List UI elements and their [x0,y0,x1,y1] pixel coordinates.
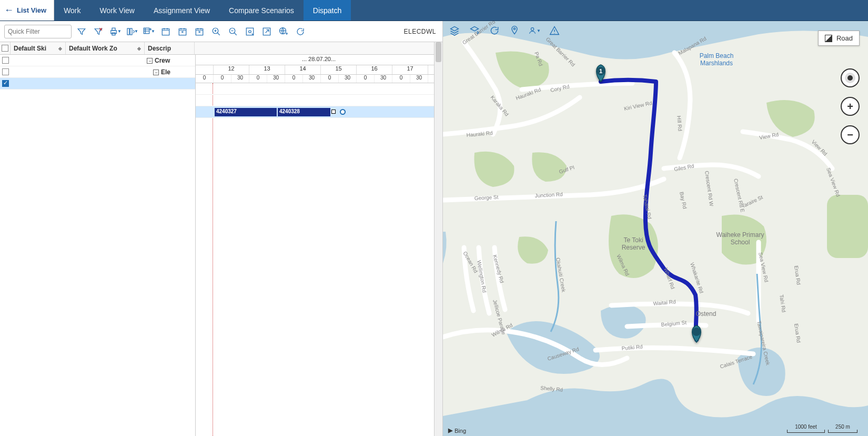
quick-filter-input[interactable] [4,25,72,38]
workspace: ▼ ▼ ▼ ELECDWL Default Ski◆ Default Work … [0,21,868,436]
gantt-date-header: ... 28.07.20... [196,55,442,65]
map-refresh-icon[interactable] [488,24,501,37]
collapse-toggle[interactable]: － [153,70,159,75]
map-toolbar: ▼ [448,24,561,37]
gantt-hour-header: 12 13 14 15 16 17 [196,65,442,75]
col-default-skill[interactable]: Default Ski◆ [11,42,66,54]
collapse-toggle[interactable]: － [147,58,153,64]
open-external-icon[interactable] [260,25,274,38]
sort-icon: ◆ [137,46,141,51]
gantt-end-circle [340,109,346,115]
row-checkbox[interactable] [2,57,9,64]
reorder-columns-icon[interactable]: ▼ [125,25,139,38]
layers-icon[interactable] [448,24,461,37]
svg-rect-2 [112,33,115,35]
top-nav: ← List View Work Work View Assignment Vi… [0,0,868,21]
svg-rect-18 [827,195,868,258]
grid-body: －Crew －Ele ... 28.07. [0,55,442,436]
map-zoom-controls: + − [841,68,860,144]
refresh-icon[interactable] [294,25,307,38]
zoom-in-icon[interactable] [209,25,223,38]
water-label: Palm BeachMarshlands [700,52,734,67]
svg-rect-8 [196,28,203,35]
sort-icon: ◆ [58,46,62,51]
svg-rect-5 [144,28,149,34]
left-toolbar: ▼ ▼ ▼ ELECDWL [0,21,442,42]
filter-icon[interactable] [75,25,88,38]
svg-rect-7 [179,28,186,35]
calendar-left-icon[interactable] [176,25,189,38]
clear-filter-icon[interactable] [92,25,105,38]
svg-point-12 [249,30,251,33]
map-pane: ▼ Road + − [443,21,868,436]
zoom-out-button[interactable]: − [841,125,860,144]
zoom-out-icon[interactable] [226,25,240,38]
gantt-sub-header: 0 0 30 0 30 0 30 0 30 0 30 0 30 [196,75,442,83]
globe-add-icon[interactable] [277,25,290,38]
now-indicator [213,83,213,436]
svg-text:1: 1 [599,68,602,74]
svg-rect-6 [162,28,169,35]
gantt-rows: 4240327 4240328 [196,83,442,436]
map-pin-icon[interactable] [508,24,521,37]
gantt-end-marker [331,110,336,114]
left-pane: ▼ ▼ ▼ ELECDWL Default Ski◆ Default Work … [0,21,443,436]
svg-point-21 [692,328,701,336]
gantt-row-selected[interactable]: 4240327 4240328 [196,106,442,118]
arrow-left-icon: ← [4,5,14,16]
left-vertical-scrollbar[interactable] [434,42,442,436]
map-type-label: Road [836,34,853,42]
svg-rect-3 [127,28,129,35]
svg-point-15 [513,28,515,29]
gantt-chart[interactable]: ... 28.07.20... 12 13 14 15 16 17 0 0 30… [196,55,442,436]
tab-compare-scenarios[interactable]: Compare Scenarios [219,0,304,21]
calendar-right-icon[interactable] [193,25,206,38]
grid-header: Default Ski◆ Default Work Zo◆ Descrip [0,42,442,55]
context-label: ELECDWL [403,28,436,35]
svg-point-16 [531,28,533,31]
select-layer-icon[interactable] [468,24,481,37]
gantt-row[interactable] [196,95,442,106]
tree-row-ele[interactable]: －Ele [0,66,195,78]
tab-dispatch[interactable]: Dispatch [304,0,351,21]
locate-button[interactable] [841,68,860,87]
map-type-selector[interactable]: Road [818,31,860,46]
tree-columns: －Crew －Ele [0,55,196,436]
back-to-list-button[interactable]: ← List View [0,0,54,21]
fit-content-icon[interactable] [243,25,257,38]
map-hazard-icon[interactable] [548,24,561,37]
zoom-in-button[interactable]: + [841,97,860,116]
map-attribution: ▶Bing [448,427,466,434]
map-scale-bar: 1000 feet 250 m [787,424,857,433]
gantt-row[interactable] [196,83,442,95]
gantt-date-cell: ... 28.07.20... [196,55,442,65]
map-person-icon[interactable]: ▼ [528,24,541,37]
print-icon[interactable]: ▼ [108,25,122,38]
svg-rect-1 [112,28,115,31]
back-label: List View [17,6,46,14]
place-label: Ostend [696,310,716,318]
gantt-bar[interactable]: 4240327 [215,108,277,116]
tree-row-crew[interactable]: －Crew [0,55,195,66]
svg-rect-4 [130,28,132,35]
row-checkbox[interactable] [2,80,9,87]
calendar-icon[interactable] [159,25,173,38]
select-all-checkbox[interactable] [0,42,11,54]
tab-assignment-view[interactable]: Assignment View [144,0,219,21]
tab-work[interactable]: Work [54,0,90,21]
col-default-work-zone[interactable]: Default Work Zo◆ [66,42,145,54]
map-type-icon [825,35,832,42]
add-column-icon[interactable]: ▼ [142,25,156,38]
place-label: Te TokiReserve [622,236,645,251]
tab-work-view[interactable]: Work View [90,0,144,21]
tree-row-selected[interactable] [0,78,195,90]
col-description[interactable]: Descrip [145,42,195,54]
row-checkbox[interactable] [2,68,9,75]
map-canvas[interactable]: Great Barrier RdKaraka RdHauraki RdHaura… [443,21,868,436]
gantt-bar[interactable]: 4240328 [278,108,330,116]
